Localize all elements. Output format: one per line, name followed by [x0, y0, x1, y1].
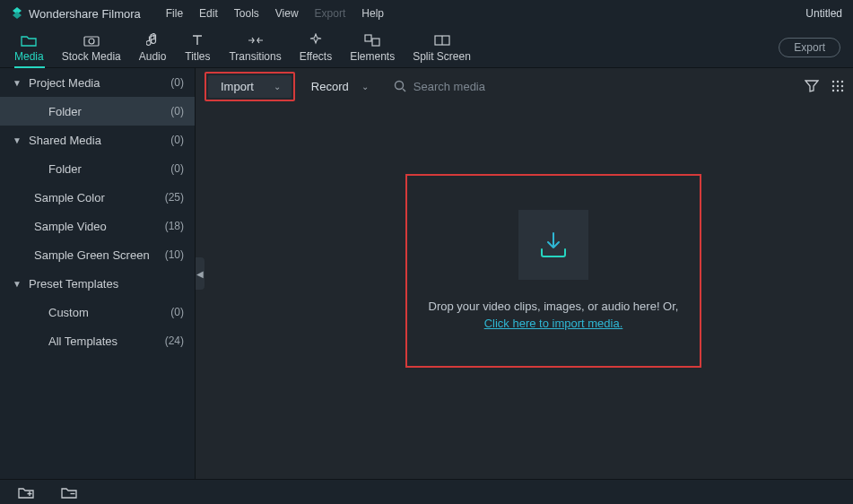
shapes-icon [364, 32, 380, 48]
svg-rect-3 [372, 39, 379, 46]
import-dropdown[interactable]: Import ⌄ [208, 75, 292, 98]
tab-stock-media[interactable]: Stock Media [53, 32, 130, 63]
collapse-sidebar-handle[interactable]: ◀ [196, 257, 205, 290]
svg-rect-2 [365, 35, 371, 41]
new-folder-icon[interactable] [18, 486, 34, 499]
camera-icon [83, 32, 100, 48]
svg-point-14 [832, 90, 834, 91]
search-input[interactable] [413, 80, 796, 93]
import-highlight: Import ⌄ [205, 72, 295, 101]
dropzone-text: Drop your video clips, images, or audio … [429, 298, 679, 333]
svg-point-10 [841, 81, 843, 83]
tab-effects[interactable]: Effects [291, 32, 341, 63]
canvas-toolbar: Import ⌄ Record ⌄ [196, 68, 853, 104]
toolbar: Media Stock Media Audio Titles Transitio… [0, 27, 853, 68]
sidebar-custom[interactable]: Custom (0) [0, 298, 195, 326]
menu-tools[interactable]: Tools [234, 7, 259, 20]
chevron-down-icon: ⌄ [361, 82, 369, 91]
record-dropdown[interactable]: Record ⌄ [304, 75, 376, 98]
sidebar-preset-templates[interactable]: ▼ Preset Templates [0, 269, 195, 298]
sidebar-all-templates[interactable]: All Templates (24) [0, 326, 195, 355]
svg-point-15 [837, 90, 839, 91]
tab-audio[interactable]: Audio [130, 32, 176, 63]
sidebar-project-folder[interactable]: Folder (0) [0, 97, 195, 126]
tab-transitions[interactable]: Transitions [220, 32, 290, 63]
canvas: Import ⌄ Record ⌄ ◀ [196, 68, 853, 479]
tab-split-screen[interactable]: Split Screen [404, 32, 480, 63]
view-options [805, 80, 844, 92]
svg-point-16 [841, 90, 843, 91]
tab-media[interactable]: Media [5, 32, 53, 63]
sidebar: ▼ Project Media (0) Folder (0) ▼ Shared … [0, 68, 196, 479]
sidebar-sample-green-screen[interactable]: Sample Green Screen (10) [0, 240, 195, 269]
split-icon [434, 32, 450, 48]
sidebar-project-media[interactable]: ▼ Project Media (0) [0, 68, 195, 97]
sidebar-sample-video[interactable]: Sample Video (18) [0, 212, 195, 240]
music-note-icon [146, 32, 159, 48]
active-tab-underline [14, 66, 45, 68]
svg-point-8 [832, 81, 834, 83]
search-icon [394, 80, 406, 92]
text-icon [191, 32, 204, 48]
sidebar-sample-color[interactable]: Sample Color (25) [0, 183, 195, 212]
import-icon [518, 210, 588, 280]
chevron-down-icon: ⌄ [274, 82, 281, 91]
sidebar-shared-media[interactable]: ▼ Shared Media (0) [0, 126, 195, 154]
svg-point-1 [89, 39, 94, 44]
title-bar: Wondershare Filmora File Edit Tools View… [0, 0, 853, 27]
search-wrap [385, 80, 796, 93]
folder-icon [21, 32, 37, 48]
chevron-down-icon: ▼ [13, 78, 23, 88]
menu-view[interactable]: View [275, 7, 299, 20]
svg-point-6 [395, 82, 403, 90]
project-title: Untitled [805, 7, 842, 20]
svg-point-13 [841, 85, 843, 87]
main-area: ▼ Project Media (0) Folder (0) ▼ Shared … [0, 68, 853, 479]
app-logo-icon [11, 7, 23, 20]
export-button[interactable]: Export [779, 38, 840, 57]
transitions-icon [248, 32, 264, 48]
dropzone[interactable]: Drop your video clips, images, or audio … [405, 174, 701, 368]
menu-file[interactable]: File [166, 7, 183, 20]
chevron-down-icon: ▼ [13, 279, 23, 289]
svg-point-9 [837, 81, 839, 83]
menu-bar: File Edit Tools View Export Help [166, 7, 384, 20]
status-bar [0, 479, 853, 504]
import-media-link[interactable]: Click here to import media. [484, 317, 623, 330]
filter-icon[interactable] [805, 80, 819, 92]
tab-titles[interactable]: Titles [175, 32, 220, 63]
menu-edit[interactable]: Edit [199, 7, 218, 20]
tab-elements[interactable]: Elements [341, 32, 404, 63]
sparkle-icon [309, 32, 323, 48]
svg-point-11 [832, 85, 834, 87]
svg-line-7 [403, 89, 405, 91]
menu-export: Export [315, 7, 346, 20]
sidebar-shared-folder[interactable]: Folder (0) [0, 154, 195, 183]
grid-view-icon[interactable] [831, 80, 844, 92]
delete-folder-icon[interactable] [61, 486, 77, 499]
menu-help[interactable]: Help [361, 7, 384, 20]
svg-point-12 [837, 85, 839, 87]
app-title: Wondershare Filmora [29, 7, 141, 21]
chevron-down-icon: ▼ [13, 135, 23, 145]
